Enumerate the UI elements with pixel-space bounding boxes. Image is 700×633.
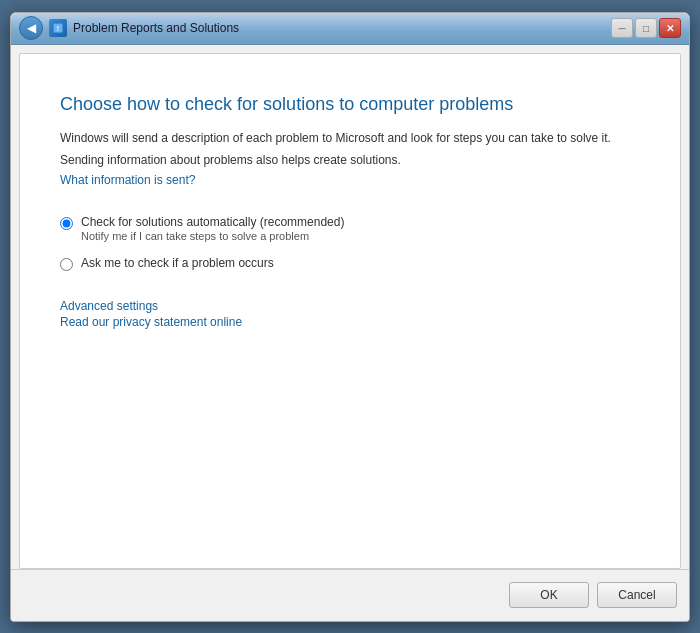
- advanced-settings-link[interactable]: Advanced settings: [60, 299, 640, 313]
- option1-main-label: Check for solutions automatically (recom…: [81, 215, 344, 229]
- cancel-button[interactable]: Cancel: [597, 582, 677, 608]
- back-button[interactable]: ◀: [19, 16, 43, 40]
- what-info-link[interactable]: What information is sent?: [60, 173, 195, 187]
- window-controls: ─ □ ✕: [611, 18, 681, 38]
- option2-main-label: Ask me to check if a problem occurs: [81, 256, 274, 270]
- option1-sub-label: Notify me if I can take steps to solve a…: [81, 230, 344, 242]
- option1-container: Check for solutions automatically (recom…: [60, 215, 640, 242]
- main-window: ◀ ! Problem Reports and Solutions ─ □ ✕ …: [10, 12, 690, 622]
- window-title: Problem Reports and Solutions: [73, 21, 239, 35]
- options-section: Check for solutions automatically (recom…: [60, 215, 640, 271]
- ok-button[interactable]: OK: [509, 582, 589, 608]
- svg-text:!: !: [57, 25, 59, 32]
- option2-container: Ask me to check if a problem occurs: [60, 256, 640, 271]
- privacy-statement-link[interactable]: Read our privacy statement online: [60, 315, 640, 329]
- title-bar: ◀ ! Problem Reports and Solutions ─ □ ✕: [11, 13, 689, 45]
- option2-radio[interactable]: [60, 258, 73, 271]
- minimize-button[interactable]: ─: [611, 18, 633, 38]
- maximize-button[interactable]: □: [635, 18, 657, 38]
- main-heading: Choose how to check for solutions to com…: [60, 94, 640, 115]
- bottom-bar: OK Cancel: [11, 569, 689, 621]
- option2-label-group: Ask me to check if a problem occurs: [81, 256, 274, 270]
- window-icon: !: [49, 19, 67, 37]
- content-area: Choose how to check for solutions to com…: [19, 53, 681, 569]
- links-section: Advanced settings Read our privacy state…: [60, 299, 640, 329]
- description-line2: Sending information about problems also …: [60, 151, 640, 169]
- close-button[interactable]: ✕: [659, 18, 681, 38]
- description-line1: Windows will send a description of each …: [60, 129, 640, 147]
- option1-label-group: Check for solutions automatically (recom…: [81, 215, 344, 242]
- option1-radio[interactable]: [60, 217, 73, 230]
